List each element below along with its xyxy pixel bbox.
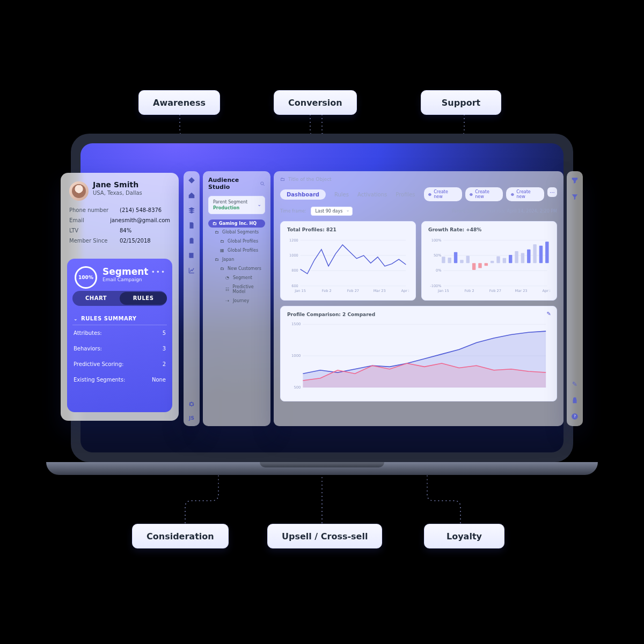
svg-rect-32 <box>472 263 475 270</box>
create-new-button[interactable]: ⊕Create new <box>424 187 462 201</box>
tab-rules[interactable]: Rules <box>334 192 349 197</box>
timeframe-select[interactable]: Last 90 days <box>311 207 353 216</box>
folder-icon: 🗀 <box>280 177 285 182</box>
svg-rect-30 <box>460 260 463 263</box>
svg-text:1500: 1500 <box>291 322 301 326</box>
svg-rect-44 <box>545 241 548 263</box>
profile-name: Jane Smith <box>93 180 138 189</box>
lock-icon[interactable] <box>570 396 579 405</box>
rail-js-label[interactable]: JS <box>189 415 194 421</box>
area-chart: 50010001500 <box>287 320 550 396</box>
label-ltv: LTV <box>69 228 111 233</box>
avatar <box>69 181 89 201</box>
tree-item[interactable]: 🗀New Customers <box>208 264 265 273</box>
chip-consideration: Consideration <box>132 524 229 548</box>
segment-card: 100% Segment Email Campaign ••• CHART RU… <box>67 259 172 412</box>
label-member: Member Since <box>69 238 111 244</box>
tab-profiles[interactable]: Profiles <box>396 192 415 197</box>
model-icon: ☷ <box>225 287 230 292</box>
bar-chart: -100%0%50%100%Jan 15Feb 2Feb 27Mar 23Apr… <box>428 236 550 295</box>
profile-card: Jane Smith USA, Texas, Dallas Phone numb… <box>61 173 179 421</box>
card-growth-rate: Growth Rate: +48% -100%0%50%100%Jan 15Fe… <box>421 221 557 301</box>
eyedropper-icon[interactable]: ✎ <box>570 380 579 389</box>
label-phone: Phone number <box>69 207 111 213</box>
laptop-notch <box>260 462 384 467</box>
folder-icon: 🗀 <box>215 230 219 235</box>
tree-item[interactable]: 🗀Japan <box>208 255 265 264</box>
more-button[interactable]: ⋯ <box>547 187 557 197</box>
svg-text:Feb 2: Feb 2 <box>465 289 474 293</box>
svg-text:Mar 23: Mar 23 <box>374 289 386 293</box>
svg-rect-37 <box>503 258 506 263</box>
svg-rect-27 <box>442 257 445 263</box>
tab-dashboard[interactable]: Dashboard <box>280 189 326 200</box>
svg-rect-36 <box>496 256 500 263</box>
gear-icon[interactable] <box>188 400 195 408</box>
value-phone: (214) 548-8376 <box>120 207 162 213</box>
svg-rect-51 <box>572 178 577 179</box>
svg-text:600: 600 <box>291 284 298 288</box>
nav-rail: JS <box>184 171 200 426</box>
dashboard-panel: 🗀 Title of the Object Dashboard Rules Ac… <box>274 171 564 426</box>
tree-item[interactable]: ☷Predictive Model <box>208 282 265 296</box>
svg-rect-31 <box>466 256 470 264</box>
chip-upsell: Upsell / Cross-sell <box>267 524 382 548</box>
svg-text:Feb 27: Feb 27 <box>347 289 359 293</box>
svg-point-0 <box>260 182 263 185</box>
svg-text:1000: 1000 <box>289 253 298 258</box>
value-member: 02/15/2018 <box>120 238 151 244</box>
diamond-icon[interactable] <box>188 177 195 184</box>
breadcrumb: 🗀 Title of the Object <box>280 177 557 182</box>
svg-text:500: 500 <box>294 385 301 390</box>
clipboard-icon[interactable] <box>188 237 195 244</box>
svg-rect-34 <box>485 263 488 266</box>
card-total-profiles: Total Profiles: 821 60080010001200Jan 15… <box>280 221 416 301</box>
svg-text:Apr 8: Apr 8 <box>401 289 409 293</box>
folder-icon: 🗀 <box>213 221 217 226</box>
help-icon[interactable]: ? <box>570 412 579 421</box>
parent-segment-select[interactable]: Parent Segment Production ⌄ <box>208 196 265 214</box>
segment-ring: 100% <box>75 266 97 289</box>
home-icon[interactable] <box>188 192 195 199</box>
tree-item[interactable]: 🗀Global Profiles <box>208 237 265 246</box>
svg-text:Mar 23: Mar 23 <box>515 289 528 293</box>
tree-item[interactable]: ⇢Journey <box>208 296 265 305</box>
svg-rect-29 <box>454 252 457 263</box>
edit-icon[interactable]: ✎ <box>547 311 551 317</box>
create-new-button[interactable]: ⊕Create new <box>465 187 503 201</box>
doc-icon[interactable] <box>188 222 195 229</box>
svg-text:100%: 100% <box>431 238 442 243</box>
svg-text:1000: 1000 <box>291 354 301 358</box>
svg-rect-42 <box>533 244 536 263</box>
segment-title: Segment <box>103 266 148 277</box>
segment-icon: ◔ <box>225 275 230 280</box>
chip-conversion: Conversion <box>274 90 357 115</box>
tab-rules[interactable]: RULES <box>120 292 167 305</box>
search-icon[interactable] <box>260 181 265 187</box>
svg-text:Jan 15: Jan 15 <box>294 289 306 293</box>
filter-icon[interactable] <box>570 177 579 185</box>
value-email: janesmith@gmail.com <box>110 217 170 223</box>
card-title: Total Profiles: 821 <box>287 227 409 232</box>
create-new-button[interactable]: ⊕Create new <box>506 187 544 201</box>
grid-icon: ▦ <box>220 248 225 253</box>
chart-icon[interactable] <box>188 267 195 274</box>
svg-text:0%: 0% <box>436 268 442 273</box>
folder-icon: 🗀 <box>220 266 225 271</box>
folder-icon: 🗀 <box>220 239 225 244</box>
tree-item[interactable]: ◔Segment <box>208 273 265 282</box>
svg-text:Feb 2: Feb 2 <box>322 289 332 293</box>
segment-more-icon[interactable]: ••• <box>151 268 166 276</box>
line-chart: 60080010001200Jan 15Feb 2Feb 27Mar 23Apr… <box>287 236 409 295</box>
funnel-icon[interactable] <box>570 193 579 201</box>
rules-summary-header[interactable]: ⌄RULES SUMMARY <box>72 312 167 325</box>
audience-studio-panel: Audience Studio Parent Segment Productio… <box>203 171 270 426</box>
tab-activations[interactable]: Activations <box>357 192 387 197</box>
tab-chart[interactable]: CHART <box>72 292 120 305</box>
tree-item[interactable]: 🗀Global Segments <box>208 228 265 237</box>
book-icon[interactable] <box>188 252 195 259</box>
tree-item[interactable]: ▦Global Profiles <box>208 246 265 255</box>
tree-root[interactable]: 🗀 Gaming Inc. HQ <box>208 219 265 228</box>
value-ltv: 84% <box>120 228 131 233</box>
layers-icon[interactable] <box>188 207 195 214</box>
